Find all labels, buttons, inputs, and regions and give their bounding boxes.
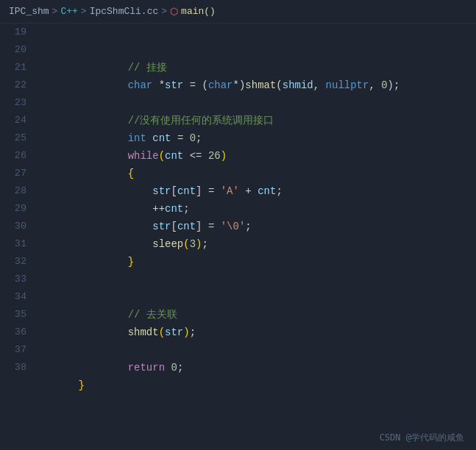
breadcrumb-sep1: > — [52, 6, 58, 17]
code-line-19 — [38, 24, 476, 41]
breadcrumb-func-icon: ⬡ — [170, 6, 178, 18]
code-line-20: // 挂接 — [38, 41, 476, 59]
breadcrumb-sep3: > — [161, 6, 167, 17]
breadcrumb-func: main() — [181, 6, 216, 17]
breadcrumb-ipc: IPC_shm — [9, 6, 49, 17]
watermark: CSDN @学代码的咸鱼 — [380, 432, 464, 444]
breadcrumb-bar: IPC_shm > C++ > IpcShmCli.cc > ⬡ main() — [0, 0, 476, 24]
breadcrumb-cpp: C++ — [60, 6, 77, 17]
code-area: 19 20 21 22 23 24 25 26 27 28 29 30 31 3… — [0, 24, 476, 450]
line-numbers: 19 20 21 22 23 24 25 26 27 28 29 30 31 3… — [0, 24, 38, 450]
code-line-34: // 去关联 — [38, 288, 476, 306]
code-line-37: return 0; — [38, 341, 476, 359]
code-line-33 — [38, 271, 476, 288]
breadcrumb-file: IpcShmCli.cc — [90, 6, 159, 17]
code-line-23: //没有使用任何的系统调用接口 — [38, 94, 476, 112]
breadcrumb-sep2: > — [81, 6, 87, 17]
code-content: // 挂接 char *str = (char*)shmat(shmid, nu… — [38, 24, 476, 450]
